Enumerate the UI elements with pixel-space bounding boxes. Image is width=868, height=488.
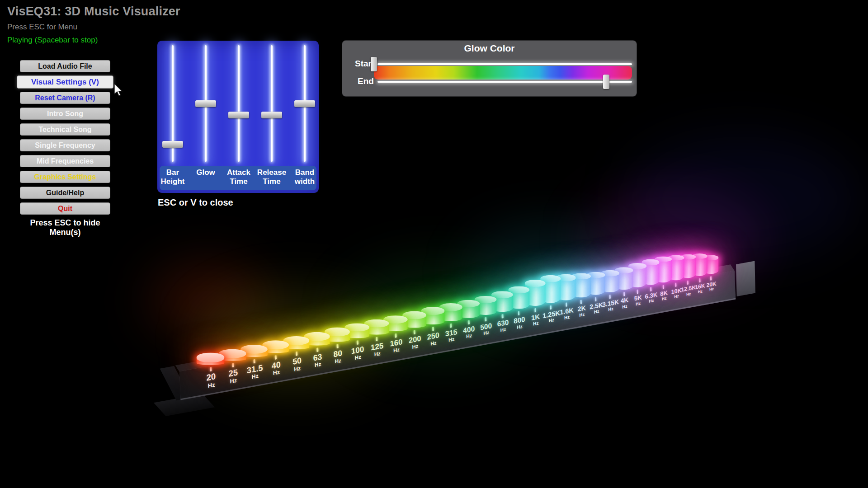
band-tick — [232, 363, 234, 367]
glow-color-title: Glow Color — [342, 43, 637, 54]
visual-settings-panel: Bar HeightGlowAttack TimeRelease TimeBan… — [157, 41, 319, 193]
glow-start-slider-handle[interactable] — [371, 57, 377, 71]
slider-label-1: Glow — [189, 168, 222, 177]
band-tick — [450, 324, 452, 328]
band-tick — [663, 285, 664, 289]
band-tick — [710, 276, 712, 281]
slider-track-2[interactable] — [238, 45, 240, 162]
slider-handle-2[interactable] — [228, 112, 249, 118]
glow-end-slider-handle[interactable] — [603, 75, 609, 89]
slider-handle-3[interactable] — [261, 112, 282, 118]
band-tick — [650, 287, 651, 291]
band-tick — [595, 297, 596, 301]
menu-button-load-audio-file[interactable]: Load Audio File — [20, 60, 110, 72]
band-tick — [296, 352, 297, 356]
band-tick — [356, 340, 358, 345]
band-tick — [566, 302, 567, 307]
band-tick — [580, 300, 582, 304]
equalizer-right-end-face — [736, 261, 755, 296]
band-tick — [376, 337, 377, 341]
menu-button-single-frequency[interactable]: Single Frequency — [20, 139, 110, 151]
band-tick — [467, 320, 469, 325]
band-tick — [609, 295, 611, 299]
menu-hint: Press ESC for Menu — [7, 23, 180, 32]
menu-button-guide-help[interactable]: Guide/Help — [20, 187, 110, 199]
band-tick — [675, 282, 676, 287]
slider-handle-4[interactable] — [294, 100, 315, 107]
menu-button-intro-song[interactable]: Intro Song — [20, 108, 110, 120]
band-tick — [336, 344, 338, 348]
slider-label-4: Band width — [288, 168, 321, 186]
glow-color-spectrum-bar — [374, 66, 632, 80]
menu-button-quit[interactable]: Quit — [20, 202, 110, 215]
menu-footer-hint: Press ESC to hide Menu(s) — [20, 218, 110, 237]
glow-end-slider-track[interactable] — [377, 81, 632, 83]
eq-bar-20 — [197, 358, 225, 365]
glow-end-label: End — [358, 76, 374, 86]
glow-color-panel: Glow Color Start End — [342, 41, 637, 96]
band-tick — [395, 333, 397, 338]
slider-label-3: Release Time — [255, 168, 288, 186]
band-tick — [502, 314, 504, 319]
menu-button-reset-camera-r-[interactable]: Reset Camera (R) — [20, 92, 110, 104]
band-tick — [637, 290, 638, 294]
slider-handle-1[interactable] — [195, 100, 216, 107]
band-tick — [210, 367, 212, 371]
mouse-cursor-icon — [114, 84, 124, 97]
menu-button-graphics-settings[interactable]: Graphics Settings — [20, 171, 110, 183]
band-tick — [699, 278, 700, 283]
band-tick — [534, 308, 536, 313]
band-tick — [254, 359, 255, 364]
header: VisEQ31: 3D Music Visualizer Press ESC f… — [7, 5, 180, 45]
band-tick — [414, 330, 415, 334]
band-tick — [623, 292, 625, 296]
slider-handle-0[interactable] — [162, 141, 183, 148]
slider-track-3[interactable] — [271, 45, 273, 162]
band-tick — [316, 347, 318, 352]
band-tick — [550, 305, 552, 310]
ambient-glow-red — [149, 262, 267, 339]
menu-button-technical-song[interactable]: Technical Song — [20, 123, 110, 136]
eq-bar-cap — [524, 280, 545, 287]
band-tick — [485, 317, 486, 322]
slider-label-strip: Bar HeightGlowAttack TimeRelease TimeBan… — [160, 166, 316, 190]
band-tick — [432, 327, 434, 331]
band-tick — [518, 311, 519, 315]
app-title: VisEQ31: 3D Music Visualizer — [7, 5, 180, 19]
menu-button-mid-frequencies[interactable]: Mid Frequencies — [20, 155, 110, 167]
glow-start-slider-track[interactable] — [377, 63, 632, 65]
eq-bar-cap — [197, 353, 225, 362]
playback-status: Playing (Spacebar to stop) — [7, 36, 180, 45]
slider-label-0: Bar Height — [156, 168, 189, 186]
equalizer-front-face: 20Hz25Hz31.5Hz40Hz50Hz63Hz80Hz100Hz125Hz… — [179, 271, 736, 400]
menu-button-visual-settings-v-[interactable]: Visual Settings (V) — [17, 75, 113, 89]
visual-settings-close-hint: ESC or V to close — [158, 197, 233, 208]
app-window: { "header": { "title": "VisEQ31: 3D Musi… — [0, 0, 868, 488]
band-tick — [687, 280, 689, 285]
ambient-glow-blue — [624, 136, 859, 262]
menu-button-list: Load Audio FileVisual Settings (V)Reset … — [20, 60, 110, 215]
slider-label-2: Attack Time — [222, 168, 255, 186]
band-tick — [275, 355, 277, 360]
main-menu: Load Audio FileVisual Settings (V)Reset … — [20, 60, 110, 237]
